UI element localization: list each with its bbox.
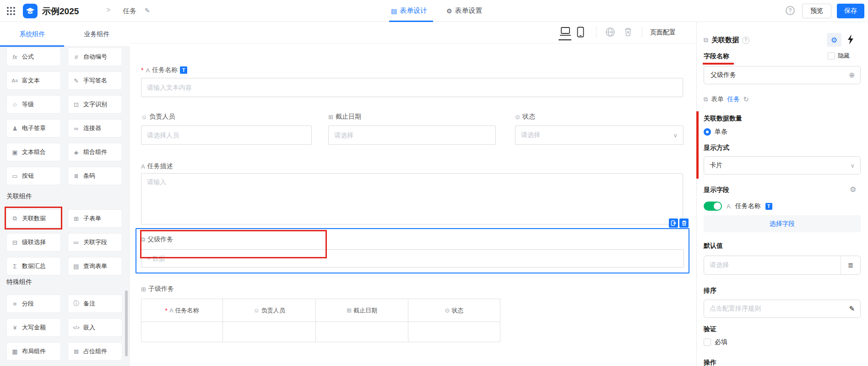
esign-icon: ♟ — [11, 125, 18, 132]
component-data-summary[interactable]: Σ 数据汇总 — [6, 257, 61, 275]
validation-label: 验证 — [704, 325, 716, 333]
barcode-icon: Ⅲ — [73, 173, 80, 180]
component-query-form[interactable]: ▤ 查询表单 — [68, 257, 122, 275]
edit-title-icon[interactable]: ✎ — [145, 7, 150, 14]
title-field-badge: T — [765, 203, 772, 210]
component-related-data[interactable]: ⧉ 关联数据 — [6, 209, 61, 228]
component-embed[interactable]: </> 嵌入 — [68, 318, 122, 337]
sidebar-tab-system[interactable]: 系统组件 — [0, 30, 65, 38]
hide-option[interactable]: 隐藏 — [828, 52, 850, 60]
subform-empty-cell[interactable] — [141, 322, 223, 342]
page-config-button[interactable]: 页面配置 — [650, 28, 676, 37]
sort-rule-input[interactable]: 点击配置排序规则 ✎ — [704, 300, 861, 318]
section-icon: ≡ — [11, 300, 18, 307]
component-note[interactable]: ⓘ 备注 — [68, 295, 122, 313]
component-combo[interactable]: ◈ 组合组件 — [68, 143, 122, 161]
component-signature[interactable]: ✎ 手写签名 — [68, 71, 122, 90]
desktop-view-icon[interactable] — [559, 27, 571, 37]
field-label-description: A 任务描述 — [141, 162, 173, 170]
tab-form-design[interactable]: ▤ 表单设计 — [391, 6, 427, 15]
required-option[interactable]: 必填 — [704, 338, 727, 346]
status-icon: ⊙ — [515, 114, 520, 120]
component-subform[interactable]: ⊞ 子表单 — [68, 209, 122, 228]
component-cascade-select[interactable]: ⊟ 级联选择 — [6, 233, 61, 251]
component-esign[interactable]: ♟ 电子签章 — [6, 119, 61, 137]
globe-icon[interactable]: ⊕ — [849, 71, 855, 79]
component-ocr[interactable]: ⊡ 文字识别 — [68, 95, 122, 114]
copy-field-button[interactable] — [669, 219, 678, 228]
component-auto-number[interactable]: # 自动编号 — [68, 48, 122, 66]
component-formula[interactable]: fx 公式 — [6, 48, 61, 66]
tab-form-settings[interactable]: ⚙ 表单设置 — [446, 6, 483, 15]
trash-icon[interactable] — [624, 27, 633, 37]
hide-checkbox[interactable] — [828, 52, 835, 60]
field-name-input[interactable] — [710, 71, 840, 79]
component-placeholder[interactable]: ⊠ 占位组件 — [68, 342, 122, 361]
component-label: 条码 — [83, 172, 95, 180]
component-amount-caps[interactable]: ¥ 大写金额 — [6, 318, 61, 337]
component-label: 布局组件 — [22, 347, 46, 355]
component-section[interactable]: ≡ 分段 — [6, 295, 61, 313]
radio-selected-icon[interactable] — [704, 128, 711, 136]
count-option-single[interactable]: 单条 — [704, 128, 727, 136]
required-checkbox[interactable] — [704, 339, 711, 346]
help-icon[interactable]: ? — [742, 37, 749, 44]
component-rating[interactable]: ☆ 等级 — [6, 95, 61, 114]
linked-form-link[interactable]: 任务 — [727, 95, 740, 104]
refresh-icon[interactable]: ↻ — [743, 95, 749, 104]
component-connector[interactable]: ∞ 连接器 — [68, 119, 122, 137]
events-bolt-icon[interactable] — [847, 34, 854, 46]
sidebar-tab-business[interactable]: 业务组件 — [65, 30, 129, 38]
description-textarea[interactable] — [141, 173, 683, 224]
subform-empty-cell[interactable] — [316, 322, 408, 342]
display-fields-label: 显示字段 — [704, 186, 729, 194]
sidebar-scrollbar[interactable] — [125, 290, 128, 356]
app-grid-icon[interactable] — [6, 6, 16, 17]
task-name-input[interactable] — [141, 78, 683, 97]
component-rich-text[interactable]: A≡ 富文本 — [6, 71, 61, 90]
delete-field-button[interactable] — [679, 219, 689, 228]
preview-button[interactable]: 预览 — [802, 4, 831, 18]
operation-label: 操作 — [704, 359, 716, 366]
subform-empty-cell[interactable] — [223, 322, 316, 342]
related-data-icon: ⧉ — [704, 96, 708, 103]
app-logo-icon[interactable] — [23, 4, 38, 18]
ocr-icon: ⊡ — [73, 101, 80, 108]
status-select[interactable]: 请选择 ∨ — [515, 126, 684, 145]
subform-empty-cell[interactable] — [408, 322, 500, 342]
parent-task-input[interactable] — [141, 249, 684, 268]
owner-input[interactable] — [141, 126, 312, 145]
component-button[interactable]: ▭ 按钮 — [6, 167, 61, 185]
field-visible-toggle[interactable] — [704, 202, 722, 211]
canvas-toolbar-border — [130, 43, 696, 44]
component-barcode[interactable]: Ⅲ 条码 — [68, 167, 122, 185]
subform-table[interactable]: * A 任务名称 ☺ 负责人员 ⊞ 截止日期 ⊙ 状态 — [141, 299, 500, 342]
subform-header-task-name: * A 任务名称 — [141, 299, 223, 322]
mobile-view-icon[interactable] — [577, 27, 584, 38]
pencil-icon[interactable]: ✎ — [849, 305, 855, 313]
field-label-owner: ☺ 负责人员 — [141, 113, 175, 121]
save-button[interactable]: 保存 — [837, 4, 864, 18]
text-combo-icon: ▣ — [11, 149, 18, 156]
display-mode-label: 显示方式 — [704, 144, 729, 152]
display-mode-select[interactable]: 卡片 ∨ — [704, 156, 861, 175]
sidebar-tab-underline — [0, 45, 64, 47]
pick-record-list-icon[interactable]: ≣ — [841, 256, 860, 274]
component-related-field[interactable]: ≔ 关联字段 — [68, 233, 122, 251]
globe-icon[interactable] — [605, 27, 615, 37]
component-label: 分段 — [22, 300, 34, 308]
select-fields-button[interactable]: 选择字段 — [704, 215, 861, 232]
field-settings-gear-button[interactable]: ⚙ — [827, 33, 841, 47]
text-field-icon: A — [727, 203, 731, 210]
help-icon[interactable]: ? — [786, 6, 795, 15]
field-label-child-tasks: ⊞ 子级作务 — [141, 285, 174, 293]
component-layout[interactable]: ▦ 布局组件 — [6, 342, 61, 361]
default-value-input[interactable]: 请选择 ≣ — [704, 256, 861, 275]
person-icon: ☺ — [253, 307, 259, 314]
display-fields-gear-icon[interactable]: ⚙ — [850, 185, 856, 194]
due-date-input[interactable] — [328, 126, 496, 145]
toolbar-divider — [642, 27, 642, 38]
component-text-combo[interactable]: ▣ 文本组合 — [6, 143, 61, 161]
query-form-icon: ▤ — [73, 263, 80, 270]
component-label: 大写金额 — [22, 323, 46, 332]
